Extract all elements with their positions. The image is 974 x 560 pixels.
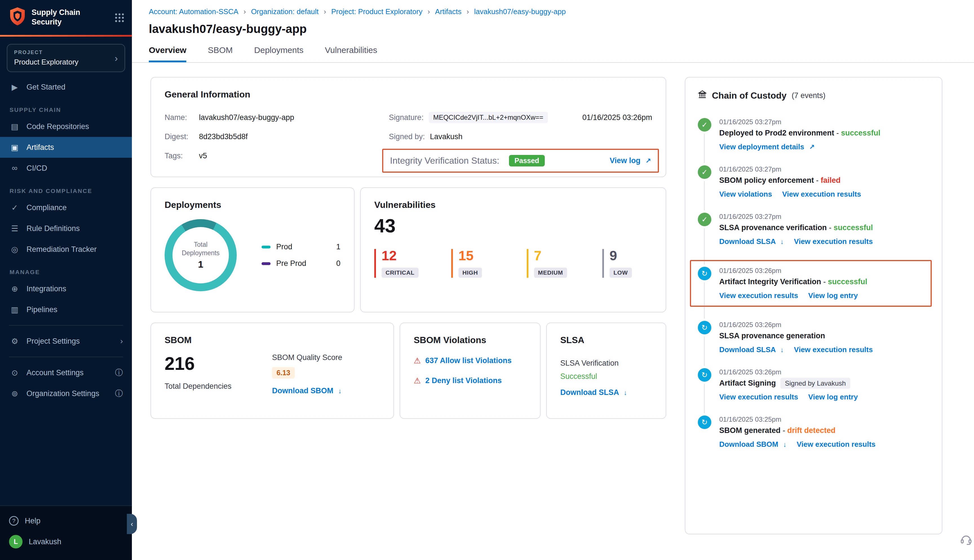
chain-of-custody-timeline: ✓ 01/16/2025 03:27pm Deployed to Prod2 e… [698,118,929,449]
sidebar-item-account-settings[interactable]: ⊙ Account Settings ⓘ [0,362,132,383]
sidebar-item-pipelines[interactable]: ▥ Pipelines [0,299,132,320]
sidebar-item-label: Remediation Tracker [27,245,97,254]
signed-by-value: Lavakush [430,132,462,141]
deploy-event-icon: ✓ [698,118,711,132]
tab-deployments[interactable]: Deployments [254,45,304,62]
sidebar-section-manage: MANAGE [10,269,132,275]
sbom-total-label: Total Dependencies [165,382,231,391]
module-grid-icon[interactable] [114,13,124,22]
sidebar-item-label: Project Settings [27,337,80,346]
user-menu[interactable]: L Lavakush [0,531,132,552]
project-selector-label: PROJECT [14,50,115,55]
info-icon: ⓘ [115,367,123,378]
chain-of-custody-card: Chain of Custody (7 events) ✓ 01/16/2025… [685,77,942,534]
view-execution-results-link[interactable]: View execution results [794,237,873,246]
deny-list-violations-link[interactable]: 2 Deny list Violations [425,376,502,385]
event-count: (7 events) [792,91,826,100]
download-slsa-link[interactable]: Download SLSA ↓ [719,237,784,246]
breadcrumb-project[interactable]: Project: Product Exploratory [331,7,422,16]
sbom-total: 216 [165,353,231,374]
tab-overview[interactable]: Overview [149,45,186,62]
legend-item-prod: Prod 1 [262,243,340,251]
view-execution-results-link[interactable]: View execution results [719,291,798,300]
coc-event-sbom-generated: ↻ 01/16/2025 03:25pm SBOM generated - dr… [698,415,929,449]
external-link-icon: ↗ [809,143,815,151]
breadcrumb-account[interactable]: Account: Automation-SSCA [149,7,238,16]
artifact-digest: 8d23bd3b5d8f [199,132,248,141]
tags-label: Tags: [165,152,194,160]
sbom-card: SBOM 216 Total Dependencies SBOM Quality… [150,323,394,419]
view-execution-results-link[interactable]: View execution results [782,190,861,198]
download-sbom-link[interactable]: Download SBOM ↓ [719,440,787,449]
sidebar-item-code-repositories[interactable]: ▤ Code Repositories [0,116,132,137]
view-deployment-details-link[interactable]: View deployment details ↗ [719,143,815,151]
breadcrumb-separator-icon: › [427,7,430,16]
view-violations-link[interactable]: View violations [719,190,772,198]
view-log-link[interactable]: View log ↗ [610,156,651,165]
sidebar-item-label: Organization Settings [27,389,99,398]
tab-vulnerabilities[interactable]: Vulnerabilities [325,45,377,62]
sidebar-collapse-handle[interactable]: ‹ [127,514,137,534]
view-execution-results-link[interactable]: View execution results [797,440,876,449]
view-execution-results-link[interactable]: View execution results [794,345,873,354]
get-started-icon: ▶ [9,83,20,92]
breadcrumb-organization[interactable]: Organization: default [251,7,319,16]
sidebar-footer: ? Help L Lavakush [0,505,132,560]
card-title: SBOM [165,335,380,345]
sidebar-item-compliance[interactable]: ✓ Compliance [0,197,132,218]
info-icon: ⓘ [115,388,123,399]
sidebar-item-organization-settings[interactable]: ⊚ Organization Settings ⓘ [0,383,132,404]
coc-event-slsa-verification: ✓ 01/16/2025 03:27pm SLSA provenance ver… [698,213,929,246]
severity-high: 15 HIGH [451,249,494,278]
integrity-status-label: Integrity Verification Status: [390,155,499,166]
rule-definitions-icon: ☰ [9,224,20,233]
code-repositories-icon: ▤ [9,122,20,131]
sidebar-item-cicd[interactable]: ∞ CI/CD [0,158,132,178]
slsa-generation-event-icon: ↻ [698,321,711,334]
legend-item-pre-prod: Pre Prod 0 [262,259,340,268]
integrity-status-badge: Passed [509,155,545,167]
sidebar-section-risk-and-compliance: RISK AND COMPLIANCE [10,188,132,194]
sidebar-item-project-settings[interactable]: ⚙ Project Settings › [0,331,132,352]
sidebar-item-remediation-tracker[interactable]: ◎ Remediation Tracker [0,239,132,260]
remediation-tracker-icon: ◎ [9,245,20,254]
sidebar-item-label: Compliance [27,203,67,212]
download-icon: ↓ [783,440,787,448]
slsa-card: SLSA SLSA Verification Successful Downlo… [546,323,666,419]
slsa-verification-label: SLSA Verification [560,359,652,368]
artifacts-icon: ▣ [9,143,20,152]
tab-bar: Overview SBOM Deployments Vulnerabilitie… [132,45,974,63]
sidebar-item-integrations[interactable]: ⊕ Integrations [0,278,132,299]
view-log-entry-link[interactable]: View log entry [808,393,858,402]
sidebar: Supply Chain Security PROJECT Product Ex… [0,0,132,560]
app-title: Supply Chain Security [32,8,109,27]
deployments-card: Deployments Total Deployments 1 Prod [150,187,355,312]
sidebar-item-artifacts[interactable]: ▣ Artifacts [0,137,132,158]
annotation-highlight-integrity: Integrity Verification Status: Passed Vi… [382,149,659,173]
sidebar-item-get-started[interactable]: ▶ Get Started [0,77,132,97]
digest-label: Digest: [165,132,194,141]
view-log-entry-link[interactable]: View log entry [808,291,858,300]
coc-event-slsa-generation: ↻ 01/16/2025 03:26pm SLSA provenance gen… [698,321,929,354]
signature-timestamp: 01/16/2025 03:26pm [582,113,652,122]
download-icon: ↓ [781,346,784,353]
sbom-violations-card: SBOM Violations ⚠ 637 Allow list Violati… [400,323,540,419]
tab-sbom[interactable]: SBOM [208,45,232,62]
download-slsa-link[interactable]: Download SLSA ↓ [560,388,652,397]
chevron-right-icon: › [115,53,118,63]
view-execution-results-link[interactable]: View execution results [719,393,798,402]
sidebar-item-rule-definitions[interactable]: ☰ Rule Definitions [0,218,132,239]
policy-event-icon: ✓ [698,165,711,179]
help-button[interactable]: ? Help [0,510,132,531]
chevron-right-icon: › [120,337,123,346]
user-name: Lavakush [29,537,62,546]
deployments-legend: Prod 1 Pre Prod 0 [262,235,340,276]
download-sbom-link[interactable]: Download SBOM ↓ [272,387,342,395]
breadcrumb-separator-icon: › [467,7,469,16]
breadcrumb-artifacts[interactable]: Artifacts [435,7,462,16]
download-slsa-link[interactable]: Download SLSA ↓ [719,345,784,354]
support-icon[interactable] [960,533,972,548]
allow-list-violations-link[interactable]: 637 Allow list Violations [425,356,512,365]
project-selector[interactable]: PROJECT Product Exploratory › [7,44,125,72]
breadcrumb-current[interactable]: lavakush07/easy-buggy-app [474,7,565,16]
